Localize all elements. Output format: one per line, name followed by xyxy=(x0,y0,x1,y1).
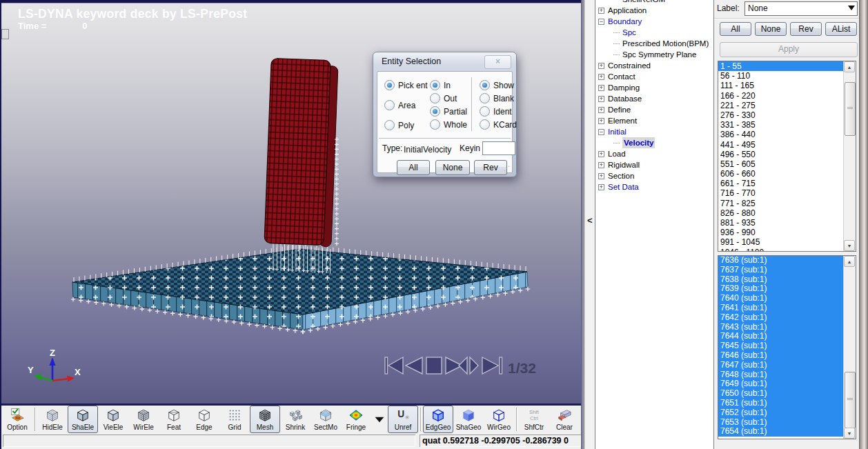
range-item[interactable]: 771 - 825 xyxy=(718,199,844,208)
range-item[interactable]: 1 - 55 xyxy=(718,61,844,71)
id-item[interactable]: 7645 (sub:1) xyxy=(718,341,844,351)
id-item[interactable]: 7651 (sub:1) xyxy=(718,399,844,408)
tree-expander-icon[interactable]: + xyxy=(598,162,604,168)
unref-button[interactable]: U✳Unref xyxy=(388,406,418,433)
rp-alist-button[interactable]: AList xyxy=(825,22,857,36)
tree-item-boundary[interactable]: −Boundary xyxy=(595,16,713,27)
tree-expander-icon[interactable]: + xyxy=(598,96,604,102)
shfctr-button[interactable]: ShftCtrlShfCtr xyxy=(519,406,549,433)
radio-pick-ent[interactable]: Pick ent xyxy=(384,80,428,90)
id-item[interactable]: 7646 (sub:1) xyxy=(718,351,844,361)
radio-ident[interactable]: Ident xyxy=(480,106,512,117)
tree-expander-icon[interactable]: + xyxy=(598,184,604,190)
range-scrollbar[interactable]: ▲ ▼ xyxy=(843,61,856,251)
tree-item-define[interactable]: +Define xyxy=(595,104,713,115)
dialog-none-button[interactable]: None xyxy=(435,160,470,175)
tree-item-prescribed-motion-bpm[interactable]: Prescribed Motion(BPM) xyxy=(595,38,713,49)
anim-step-button[interactable] xyxy=(459,357,478,374)
tree-expander-icon[interactable]: + xyxy=(598,74,604,80)
tree-item-spc-symmetry-plane[interactable]: Spc Symmetry Plane xyxy=(595,49,713,60)
radio-area[interactable]: Area xyxy=(384,100,415,110)
entity-selection-dialog[interactable]: Entity Selection × Pick entAreaPolyInOut… xyxy=(373,52,517,177)
range-item[interactable]: 276 - 330 xyxy=(718,110,844,120)
id-item[interactable]: 7639 (sub:1) xyxy=(718,284,844,294)
id-item[interactable]: 7648 (sub:1) xyxy=(718,370,844,380)
tree-item-damping[interactable]: +Damping xyxy=(595,82,713,93)
radio-blank[interactable]: Blank xyxy=(480,93,514,103)
radio-out[interactable]: Out xyxy=(430,93,457,103)
range-listbox[interactable]: 1 - 5556 - 110111 - 165166 - 220221 - 27… xyxy=(718,61,856,252)
tree-item-element[interactable]: +Element xyxy=(595,115,713,126)
anim-first-button[interactable] xyxy=(385,357,403,374)
dropdown-button[interactable] xyxy=(371,406,388,433)
range-item[interactable]: 606 - 660 xyxy=(718,169,844,179)
radio-poly[interactable]: Poly xyxy=(384,120,414,130)
id-item[interactable]: 7652 (sub:1) xyxy=(718,408,844,418)
dropdown-arrow-icon[interactable] xyxy=(848,6,855,10)
scroll-down-icon[interactable]: ▼ xyxy=(844,428,855,439)
anim-last-button[interactable] xyxy=(482,357,502,374)
tree-item-contact[interactable]: +Contact xyxy=(595,71,713,82)
range-item[interactable]: 386 - 440 xyxy=(718,130,844,139)
id-item[interactable]: 7643 (sub:1) xyxy=(718,323,844,332)
id-item[interactable]: 7642 (sub:1) xyxy=(718,313,844,323)
edggeo-button[interactable]: EdgGeo xyxy=(423,406,453,433)
tree-expander-icon[interactable]: − xyxy=(598,19,604,25)
viewport-3d[interactable]: Z Y X xyxy=(1,0,581,403)
wirgeo-button[interactable]: WirGeo xyxy=(484,406,514,433)
tree-item-velocity[interactable]: Velocity xyxy=(595,137,713,148)
radio-whole[interactable]: Whole xyxy=(430,119,467,130)
range-item[interactable]: 331 - 385 xyxy=(718,120,844,130)
range-item[interactable]: 826 - 880 xyxy=(718,208,844,218)
tree-expander-icon[interactable]: − xyxy=(598,129,604,135)
scroll-up-icon[interactable]: ▲ xyxy=(844,61,855,72)
vieele-button[interactable]: VieEle xyxy=(98,406,128,433)
range-item[interactable]: 991 - 1045 xyxy=(718,237,844,247)
anim-play-reverse-button[interactable] xyxy=(406,357,422,374)
scroll-up-icon[interactable]: ▲ xyxy=(844,256,855,267)
range-item[interactable]: 221 - 275 xyxy=(718,101,844,110)
range-item[interactable]: 936 - 990 xyxy=(718,228,844,237)
tree-item-constrained[interactable]: +Constrained xyxy=(595,60,713,71)
range-item[interactable]: 1046 - 1100 xyxy=(718,248,844,252)
shrink-button[interactable]: Shrink xyxy=(280,406,310,433)
id-item[interactable]: 7647 (sub:1) xyxy=(718,361,844,370)
id-scrollbar[interactable]: ▲ ▼ xyxy=(843,256,856,439)
resize-grip-icon[interactable]: ⋰ xyxy=(504,165,510,172)
feat-button[interactable]: Feat xyxy=(159,406,189,433)
option-button[interactable]: Option xyxy=(2,406,32,433)
range-item[interactable]: 716 - 770 xyxy=(718,188,844,198)
tree-item-shellrefgm[interactable]: ShellRefGM xyxy=(595,0,713,5)
tree-item-initial[interactable]: −Initial xyxy=(595,126,713,137)
id-item[interactable]: 7649 (sub:1) xyxy=(718,379,844,389)
tree-item-section[interactable]: +Section xyxy=(595,170,713,181)
id-item[interactable]: 7654 (sub:1) xyxy=(718,427,844,437)
range-item[interactable]: 496 - 550 xyxy=(718,150,844,159)
radio-kcard[interactable]: KCard xyxy=(480,119,517,130)
id-item[interactable]: 7650 (sub:1) xyxy=(718,389,844,399)
dialog-rev-button[interactable]: Rev xyxy=(474,160,507,175)
shaele-button[interactable]: ShaEle xyxy=(68,406,98,433)
tree-item-database[interactable]: +Database xyxy=(595,93,713,104)
fringe-button[interactable]: Fringe xyxy=(341,406,371,433)
id-item[interactable]: 7638 (sub:1) xyxy=(718,275,844,285)
scroll-down-icon[interactable]: ▼ xyxy=(844,240,855,251)
edge-button[interactable]: Edge xyxy=(189,406,219,433)
collapse-chevron-icon[interactable]: < xyxy=(587,215,593,226)
scroll-thumb[interactable] xyxy=(845,82,856,136)
tree-expander-icon[interactable]: + xyxy=(598,85,604,91)
tree-expander-icon[interactable]: + xyxy=(598,63,604,69)
mesh-button[interactable]: Mesh xyxy=(250,406,280,433)
keyin-input[interactable] xyxy=(482,141,515,155)
id-listbox[interactable]: 7636 (sub:1)7637 (sub:1)7638 (sub:1)7639… xyxy=(718,255,856,439)
tree-item-rigidwall[interactable]: +Rigidwall xyxy=(595,159,713,170)
wirele-button[interactable]: WirEle xyxy=(128,406,159,433)
range-item[interactable]: 166 - 220 xyxy=(718,91,844,101)
range-item[interactable]: 441 - 495 xyxy=(718,140,844,150)
close-icon[interactable]: × xyxy=(484,55,511,69)
tree-expander-icon[interactable]: + xyxy=(598,118,604,124)
range-item[interactable]: 881 - 935 xyxy=(718,218,844,228)
impactor-plate-mesh[interactable] xyxy=(264,58,338,247)
dialog-title[interactable]: Entity Selection xyxy=(382,57,441,66)
radio-partial[interactable]: Partial xyxy=(430,106,467,117)
